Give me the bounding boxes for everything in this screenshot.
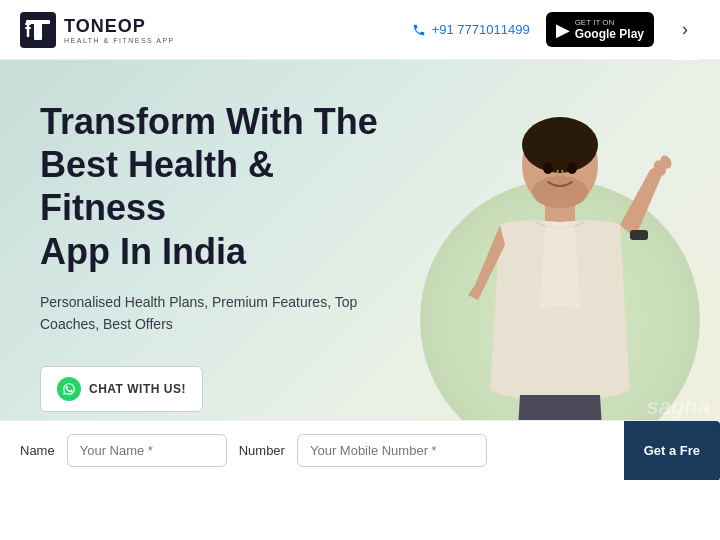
whatsapp-icon — [57, 377, 81, 401]
logo-text: TONEOP HEALTH & FITNESS APP — [64, 16, 175, 44]
name-label: Name — [20, 443, 55, 458]
mobile-number-input[interactable] — [297, 434, 487, 467]
phone-number: +91 7771011499 — [432, 22, 530, 37]
number-label: Number — [239, 443, 285, 458]
form-bar: Name Number Get a Fre — [0, 420, 720, 480]
logo-name: TONEOP — [64, 16, 175, 37]
phone-link[interactable]: +91 7771011499 — [412, 22, 530, 37]
hero-subtitle: Personalised Health Plans, Premium Featu… — [40, 291, 392, 336]
chat-button[interactable]: CHAT WITH US! — [40, 366, 203, 412]
nav-next-button[interactable]: › — [670, 0, 700, 60]
name-input[interactable] — [67, 434, 227, 467]
logo-icon — [20, 12, 56, 48]
phone-icon — [412, 23, 426, 37]
play-store-icon: ▶ — [556, 19, 570, 41]
watermark: sagha — [646, 394, 710, 420]
hero-content: Transform With The Best Health & Fitness… — [40, 100, 392, 412]
hero-title: Transform With The Best Health & Fitness… — [40, 100, 392, 273]
header-right: +91 7771011499 ▶ GET IT ON Google Play › — [412, 0, 700, 60]
svg-point-13 — [543, 162, 553, 174]
hero-section: Transform With The Best Health & Fitness… — [0, 60, 720, 480]
svg-rect-2 — [34, 20, 42, 40]
google-play-button[interactable]: ▶ GET IT ON Google Play — [546, 12, 654, 47]
header: TONEOP HEALTH & FITNESS APP +91 77710114… — [0, 0, 720, 60]
cta-button[interactable]: Get a Fre — [624, 421, 720, 481]
google-play-text: GET IT ON Google Play — [575, 18, 644, 41]
logo-tagline: HEALTH & FITNESS APP — [64, 37, 175, 44]
svg-point-7 — [522, 117, 598, 173]
svg-rect-10 — [630, 230, 648, 240]
svg-point-14 — [567, 162, 577, 174]
logo: TONEOP HEALTH & FITNESS APP — [20, 12, 175, 48]
chat-button-label: CHAT WITH US! — [89, 382, 186, 396]
